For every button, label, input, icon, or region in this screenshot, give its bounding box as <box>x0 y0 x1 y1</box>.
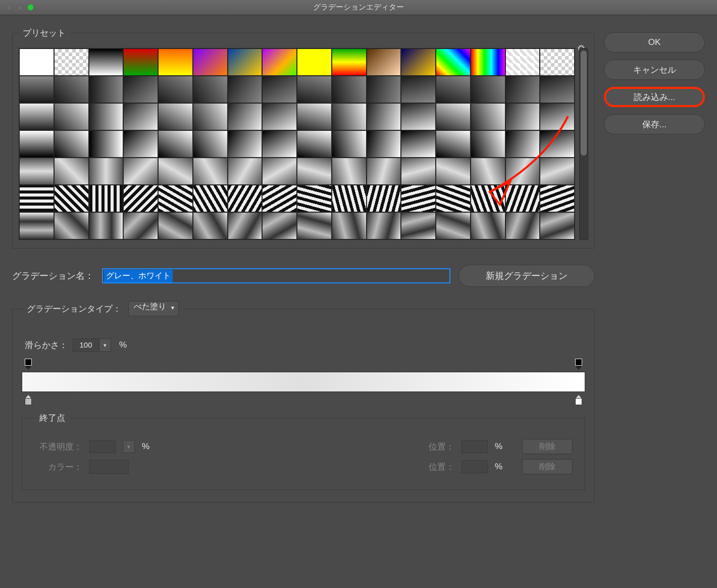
preset-swatch[interactable] <box>89 103 124 130</box>
delete-color-stop-button[interactable]: 削除 <box>522 459 573 474</box>
preset-swatch[interactable] <box>436 185 471 212</box>
preset-swatch[interactable] <box>54 130 89 158</box>
preset-swatch[interactable] <box>505 103 540 130</box>
preset-swatch[interactable] <box>262 130 297 158</box>
preset-swatch[interactable] <box>158 158 193 185</box>
preset-swatch[interactable] <box>436 130 471 158</box>
preset-swatch[interactable] <box>158 48 193 76</box>
preset-swatch[interactable] <box>193 130 228 158</box>
preset-swatch[interactable] <box>123 158 158 185</box>
preset-swatch[interactable] <box>332 76 367 103</box>
preset-swatch[interactable] <box>332 130 367 158</box>
preset-swatch[interactable] <box>123 76 158 103</box>
preset-swatch[interactable] <box>158 212 193 239</box>
preset-swatch[interactable] <box>19 76 54 103</box>
cancel-button[interactable]: キャンセル <box>604 60 705 80</box>
delete-opacity-stop-button[interactable]: 削除 <box>522 439 573 454</box>
preset-swatch[interactable] <box>297 48 332 76</box>
preset-swatch[interactable] <box>297 103 332 130</box>
opacity-input[interactable] <box>89 440 116 453</box>
preset-swatch[interactable] <box>297 130 332 158</box>
preset-swatch[interactable] <box>262 76 297 103</box>
preset-swatch[interactable] <box>401 103 436 130</box>
preset-swatch[interactable] <box>262 158 297 185</box>
preset-swatch[interactable] <box>436 103 471 130</box>
preset-swatch[interactable] <box>332 158 367 185</box>
preset-swatch[interactable] <box>367 158 401 185</box>
preset-swatch[interactable] <box>367 185 401 212</box>
preset-swatch[interactable] <box>262 48 297 76</box>
preset-scrollbar[interactable] <box>579 48 588 240</box>
preset-swatch[interactable] <box>436 212 471 239</box>
preset-swatch[interactable] <box>297 76 332 103</box>
save-button[interactable]: 保存... <box>604 114 705 134</box>
preset-swatch[interactable] <box>123 212 158 239</box>
preset-swatch[interactable] <box>505 185 540 212</box>
preset-swatch[interactable] <box>332 103 367 130</box>
preset-swatch[interactable] <box>193 103 228 130</box>
preset-swatch[interactable] <box>540 158 575 185</box>
preset-swatch[interactable] <box>228 185 263 212</box>
ok-button[interactable]: OK <box>604 32 705 53</box>
preset-swatch[interactable] <box>89 185 124 212</box>
preset-swatch[interactable] <box>89 130 124 158</box>
preset-swatch[interactable] <box>89 76 124 103</box>
preset-swatch[interactable] <box>228 130 263 158</box>
smoothness-stepper[interactable]: ▾ <box>99 338 111 352</box>
minimize-window[interactable] <box>17 4 23 11</box>
preset-swatch[interactable] <box>367 130 401 158</box>
preset-swatch[interactable] <box>540 212 575 239</box>
preset-swatch[interactable] <box>401 130 436 158</box>
preset-swatch[interactable] <box>471 158 505 185</box>
preset-swatch[interactable] <box>505 212 540 239</box>
preset-swatch[interactable] <box>471 130 505 158</box>
preset-swatch[interactable] <box>89 158 124 185</box>
close-window[interactable] <box>6 4 13 11</box>
preset-swatch[interactable] <box>228 158 263 185</box>
preset-swatch[interactable] <box>540 185 575 212</box>
preset-swatch[interactable] <box>505 130 540 158</box>
preset-swatch[interactable] <box>505 48 540 76</box>
preset-swatch[interactable] <box>19 103 54 130</box>
preset-swatch[interactable] <box>54 158 89 185</box>
preset-swatch[interactable] <box>228 76 263 103</box>
color-swatch[interactable] <box>89 460 129 474</box>
preset-swatch[interactable] <box>505 158 540 185</box>
preset-swatch[interactable] <box>123 48 158 76</box>
preset-swatch[interactable] <box>401 185 436 212</box>
preset-swatch[interactable] <box>54 48 89 76</box>
preset-swatch[interactable] <box>54 103 89 130</box>
preset-swatch[interactable] <box>436 76 471 103</box>
preset-swatch[interactable] <box>193 158 228 185</box>
preset-swatch[interactable] <box>401 212 436 239</box>
preset-swatch[interactable] <box>54 76 89 103</box>
preset-swatch[interactable] <box>262 212 297 239</box>
preset-swatch[interactable] <box>158 185 193 212</box>
preset-swatch[interactable] <box>297 212 332 239</box>
preset-swatch[interactable] <box>540 130 575 158</box>
preset-swatch[interactable] <box>505 76 540 103</box>
preset-swatch[interactable] <box>540 48 575 76</box>
preset-swatch[interactable] <box>332 212 367 239</box>
preset-swatch[interactable] <box>193 76 228 103</box>
preset-swatch[interactable] <box>193 212 228 239</box>
preset-swatch[interactable] <box>193 48 228 76</box>
preset-swatch[interactable] <box>297 158 332 185</box>
opacity-stepper[interactable]: ▾ <box>123 440 135 453</box>
color-stop-left[interactable] <box>25 398 32 405</box>
load-button[interactable]: 読み込み... <box>604 87 705 107</box>
preset-swatch[interactable] <box>540 76 575 103</box>
preset-swatch[interactable] <box>123 103 158 130</box>
opacity-stop-left[interactable] <box>25 359 32 366</box>
position-input-2[interactable] <box>462 460 488 473</box>
gradient-name-input[interactable]: グレー、ホワイト <box>102 268 450 283</box>
preset-swatch[interactable] <box>540 103 575 130</box>
preset-swatch[interactable] <box>158 130 193 158</box>
preset-swatch[interactable] <box>471 76 505 103</box>
preset-swatch[interactable] <box>89 48 124 76</box>
preset-swatch[interactable] <box>54 212 89 239</box>
preset-swatch[interactable] <box>262 185 297 212</box>
preset-swatch[interactable] <box>54 185 89 212</box>
preset-swatch[interactable] <box>123 185 158 212</box>
preset-swatch[interactable] <box>19 212 54 239</box>
